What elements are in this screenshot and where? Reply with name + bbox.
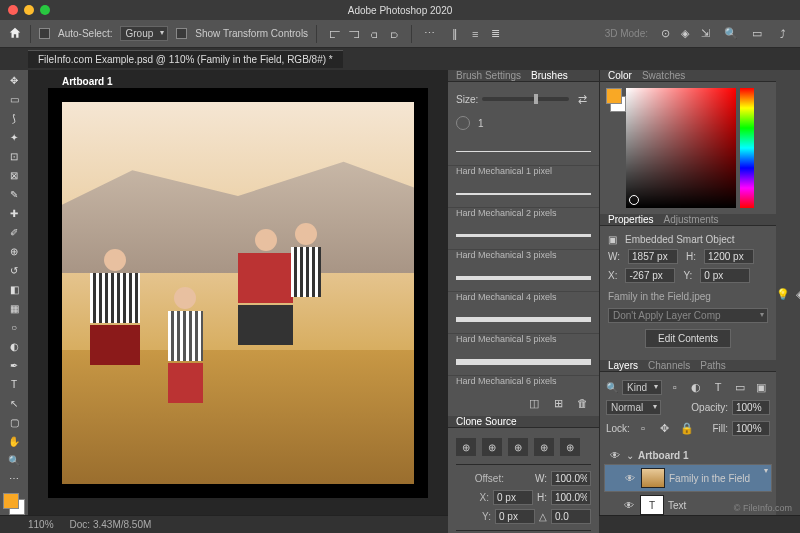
- layer-thumbnail[interactable]: T: [640, 495, 664, 515]
- eyedropper-tool[interactable]: ✎: [3, 186, 25, 204]
- prop-h-input[interactable]: [704, 249, 754, 264]
- layercomp-dropdown[interactable]: Don't Apply Layer Comp: [608, 308, 768, 323]
- path-tool[interactable]: ↖: [3, 394, 25, 412]
- align-icon[interactable]: ⫐: [385, 25, 403, 43]
- color-swatches[interactable]: [3, 493, 25, 515]
- brush-item[interactable]: [448, 138, 599, 166]
- filter-type-icon[interactable]: T: [709, 378, 727, 396]
- canvas-image[interactable]: [62, 102, 414, 484]
- color-field[interactable]: [626, 88, 736, 208]
- dodge-tool[interactable]: ◐: [3, 337, 25, 355]
- more-icon[interactable]: ⋯: [420, 25, 438, 43]
- distribute-icon[interactable]: ≣: [486, 25, 504, 43]
- 3d-icon[interactable]: ◈: [676, 25, 694, 43]
- minimize-window[interactable]: [24, 5, 34, 15]
- brush-preset[interactable]: [456, 116, 470, 130]
- history-brush-tool[interactable]: ↺: [3, 262, 25, 280]
- blur-tool[interactable]: ○: [3, 318, 25, 336]
- tab-properties[interactable]: Properties: [608, 214, 654, 225]
- panel-icon[interactable]: ◈: [796, 286, 800, 304]
- zoom-window[interactable]: [40, 5, 50, 15]
- tab-brush-settings[interactable]: Brush Settings: [456, 70, 521, 81]
- visibility-icon[interactable]: 👁: [622, 500, 636, 511]
- close-window[interactable]: [8, 5, 18, 15]
- clone-w-input[interactable]: [551, 471, 591, 486]
- zoom-tool[interactable]: 🔍: [3, 451, 25, 469]
- filter-shape-icon[interactable]: ▭: [731, 378, 749, 396]
- align-icon[interactable]: ⫍: [325, 25, 343, 43]
- brush-item[interactable]: [448, 306, 599, 334]
- lock-all-icon[interactable]: 🔒: [678, 419, 696, 437]
- tab-adjustments[interactable]: Adjustments: [664, 214, 719, 225]
- brush-size-slider[interactable]: [482, 97, 569, 101]
- edit-contents-button[interactable]: Edit Contents: [645, 329, 731, 348]
- brush-item[interactable]: [448, 180, 599, 208]
- layer-item[interactable]: 👁 Family in the Field: [604, 464, 772, 492]
- flip-icon[interactable]: ⇄: [573, 90, 591, 108]
- clone-source-3[interactable]: ⊕: [508, 438, 528, 456]
- distribute-icon[interactable]: ‖: [446, 25, 464, 43]
- clone-h-input[interactable]: [551, 490, 591, 505]
- tab-brushes[interactable]: Brushes: [531, 70, 568, 81]
- 3d-icon[interactable]: ⊙: [656, 25, 674, 43]
- shape-tool[interactable]: ▢: [3, 413, 25, 431]
- lasso-tool[interactable]: ⟆: [3, 110, 25, 128]
- brush-item[interactable]: [448, 222, 599, 250]
- visibility-icon[interactable]: 👁: [608, 450, 622, 461]
- fg-swatch[interactable]: [606, 88, 622, 104]
- clone-y-input[interactable]: [495, 509, 535, 524]
- home-icon[interactable]: [8, 26, 22, 42]
- tab-swatches[interactable]: Swatches: [642, 70, 685, 81]
- gradient-tool[interactable]: ▦: [3, 299, 25, 317]
- transform-checkbox[interactable]: [176, 28, 187, 39]
- tab-color[interactable]: Color: [608, 70, 632, 81]
- edit-toolbar[interactable]: ⋯: [3, 470, 25, 488]
- 3d-icon[interactable]: ⇲: [696, 25, 714, 43]
- visibility-icon[interactable]: 👁: [623, 473, 637, 484]
- clone-source-4[interactable]: ⊕: [534, 438, 554, 456]
- filter-pixel-icon[interactable]: ▫: [666, 378, 684, 396]
- align-icon[interactable]: ⫏: [365, 25, 383, 43]
- fill-input[interactable]: [732, 421, 770, 436]
- prop-y-input[interactable]: [700, 268, 750, 283]
- blend-dropdown[interactable]: Normal: [606, 400, 661, 415]
- doc-info[interactable]: Doc: 3.43M/8.50M: [70, 519, 152, 530]
- search-icon[interactable]: 🔍: [722, 25, 740, 43]
- brush-item[interactable]: [448, 264, 599, 292]
- clone-angle-input[interactable]: [551, 509, 591, 524]
- prop-x-input[interactable]: [625, 268, 675, 283]
- hue-slider[interactable]: [740, 88, 754, 208]
- tab-clone-source[interactable]: Clone Source: [456, 416, 517, 427]
- wand-tool[interactable]: ✦: [3, 129, 25, 147]
- chevron-down-icon[interactable]: ⌄: [626, 450, 634, 461]
- stamp-tool[interactable]: ⊕: [3, 243, 25, 261]
- prop-w-input[interactable]: [628, 249, 678, 264]
- eraser-tool[interactable]: ◧: [3, 280, 25, 298]
- brush-item[interactable]: [448, 348, 599, 376]
- auto-select-dropdown[interactable]: Group: [120, 26, 168, 41]
- layer-artboard[interactable]: 👁 ⌄ Artboard 1: [604, 447, 772, 464]
- clone-source-2[interactable]: ⊕: [482, 438, 502, 456]
- new-icon[interactable]: ⊞: [549, 394, 567, 412]
- lock-position-icon[interactable]: ✥: [656, 419, 674, 437]
- heal-tool[interactable]: ✚: [3, 205, 25, 223]
- filter-adj-icon[interactable]: ◐: [688, 378, 706, 396]
- tab-paths[interactable]: Paths: [700, 360, 726, 371]
- clone-x-input[interactable]: [493, 490, 533, 505]
- tab-layers[interactable]: Layers: [608, 360, 638, 371]
- layer-thumbnail[interactable]: [641, 468, 665, 488]
- filter-smart-icon[interactable]: ▣: [752, 378, 770, 396]
- document-tab[interactable]: FileInfo.com Example.psd @ 110% (Family …: [28, 50, 343, 68]
- zoom-level[interactable]: 110%: [28, 519, 54, 530]
- workspace-icon[interactable]: ▭: [748, 25, 766, 43]
- crop-tool[interactable]: ⊡: [3, 148, 25, 166]
- filter-icon[interactable]: 🔍: [606, 382, 618, 393]
- marquee-tool[interactable]: ▭: [3, 91, 25, 109]
- artboard[interactable]: Artboard 1: [48, 88, 428, 498]
- brush-tool[interactable]: ✐: [3, 224, 25, 242]
- move-tool[interactable]: ✥: [3, 72, 25, 90]
- frame-tool[interactable]: ⊠: [3, 167, 25, 185]
- trash-icon[interactable]: 🗑: [573, 394, 591, 412]
- clone-source-1[interactable]: ⊕: [456, 438, 476, 456]
- align-icon[interactable]: ⫎: [345, 25, 363, 43]
